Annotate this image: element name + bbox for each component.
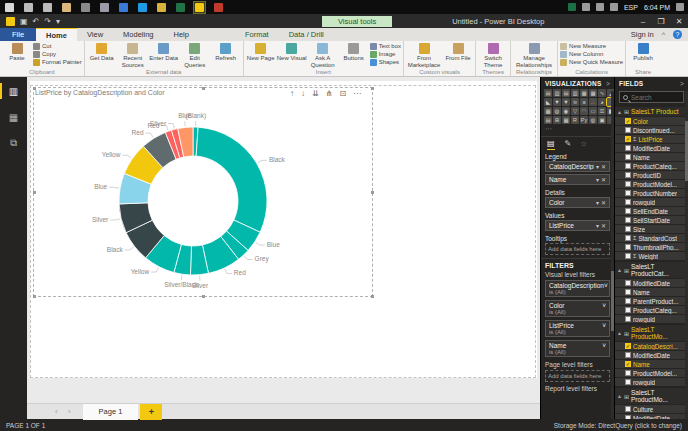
field-row[interactable]: ΣStandardCost [615, 233, 688, 242]
more-visuals-icon[interactable]: ⋯ [541, 124, 614, 134]
well-dropzone-tooltips[interactable]: Add data fields here [545, 243, 610, 255]
field-checkbox[interactable] [625, 316, 631, 322]
undo-icon[interactable]: ↶ [33, 17, 40, 26]
new-quick-measure-button[interactable]: New Quick Measure [560, 59, 623, 66]
field-checkbox[interactable] [625, 406, 631, 412]
tab-view[interactable]: View [77, 28, 113, 41]
storage-mode-status[interactable]: Storage Mode: DirectQuery (click to chan… [554, 422, 682, 429]
field-row[interactable]: ThumbnailPho... [615, 242, 688, 251]
page-tab[interactable]: Page 1 [83, 404, 139, 420]
refresh-button[interactable]: Refresh [211, 42, 241, 62]
field-row[interactable]: ModifiedDate [615, 278, 688, 287]
pie-chart-icon[interactable]: ◕ [598, 98, 606, 106]
recent-sources-button[interactable]: Recent Sources [118, 42, 148, 68]
switch-theme-button[interactable]: Switch Theme [478, 42, 508, 68]
power-bi-desktop-taskbar-icon[interactable] [194, 2, 205, 13]
field-checkbox[interactable] [625, 235, 631, 241]
field-row[interactable]: ProductID [615, 170, 688, 179]
field-checkbox[interactable] [625, 217, 631, 223]
page-filters-dropzone[interactable]: Add data fields here [545, 370, 610, 382]
report-canvas[interactable]: ListPrice by CatalogDescription and Colo… [27, 77, 540, 403]
field-row[interactable]: ProductModel... [615, 179, 688, 188]
data-view-icon[interactable]: ▦ [0, 109, 27, 125]
card-icon[interactable]: ▭ [589, 107, 597, 115]
field-row[interactable]: SellStartDate [615, 215, 688, 224]
field-checkbox[interactable] [625, 307, 631, 313]
tab-modeling[interactable]: Modeling [113, 28, 163, 41]
field-row[interactable]: SellEndDate [615, 206, 688, 215]
save-icon[interactable]: ▣ [20, 17, 28, 26]
field-checkbox[interactable] [625, 181, 631, 187]
field-row[interactable]: ✓Name [615, 359, 688, 368]
field-row[interactable]: ProductModel... [615, 368, 688, 377]
field-checkbox[interactable] [625, 172, 631, 178]
pill-remove-icon[interactable]: ✕ [601, 199, 606, 206]
line-clustered-column-icon[interactable]: ▼ [553, 98, 561, 106]
100-stacked-bar-icon[interactable]: ▦ [580, 89, 588, 97]
field-pill-color[interactable]: Color▾✕ [545, 197, 610, 208]
collapse-visualizations-icon[interactable]: > [606, 80, 610, 87]
search-input[interactable] [631, 94, 681, 101]
task-view-taskbar-icon[interactable] [42, 2, 53, 13]
field-row[interactable]: ModifiedDate [615, 413, 688, 419]
line-chart-icon[interactable]: ∿ [598, 89, 606, 97]
table-header[interactable]: ▲⊞SalesLT Product [615, 107, 688, 116]
maximize-button[interactable]: ❒ [652, 17, 670, 26]
field-row[interactable]: rowguid [615, 197, 688, 206]
close-button[interactable]: ✕ [670, 17, 688, 26]
field-row[interactable]: Culture [615, 404, 688, 413]
redo-icon[interactable]: ↷ [44, 17, 51, 26]
field-row[interactable]: ModifiedDate [615, 350, 688, 359]
filter-card-listprice[interactable]: ListPrice˅is (All) [545, 320, 610, 337]
waterfall-chart-icon[interactable]: ≡ [580, 98, 588, 106]
filter-expand-icon[interactable]: ˅ [604, 282, 608, 289]
collapse-ribbon-icon[interactable]: ^ [662, 31, 665, 38]
treemap-icon[interactable]: ▦ [544, 107, 552, 115]
format-painter-button[interactable]: Format Painter [33, 59, 82, 66]
field-checkbox[interactable] [625, 199, 631, 205]
pill-remove-icon[interactable]: ✕ [601, 176, 606, 183]
clustered-bar-chart-icon[interactable]: ▤ [562, 89, 570, 97]
field-row[interactable]: ParentProduct... [615, 296, 688, 305]
field-checkbox[interactable]: ✓ [625, 343, 631, 349]
model-view-icon[interactable]: ⧉ [0, 135, 27, 151]
table-icon[interactable]: ⊞ [553, 116, 561, 124]
publish-button[interactable]: Publish [628, 42, 658, 62]
tray-volume-icon[interactable] [610, 3, 618, 11]
donut-chart[interactable]: (Blank)BlackBlueGreyRedSilverSilver/Blac… [27, 77, 540, 403]
custom-visual-icon[interactable]: ▣ [598, 116, 606, 124]
analytics-tab[interactable]: ◌ [581, 139, 586, 150]
field-row[interactable]: Discontinued... [615, 125, 688, 134]
field-checkbox[interactable] [625, 190, 631, 196]
field-checkbox[interactable] [625, 154, 631, 160]
file-explorer-taskbar-icon[interactable] [61, 2, 72, 13]
filter-card-name[interactable]: Name˅is (All) [545, 340, 610, 357]
shapes-button[interactable]: Shapes [370, 59, 401, 66]
get-data-button[interactable]: Get Data [87, 42, 117, 62]
gauge-icon[interactable]: ◠ [580, 107, 588, 115]
tray-display-icon[interactable] [582, 3, 590, 11]
format-tab[interactable]: ✎ [565, 139, 572, 150]
field-row[interactable]: ProductCateg... [615, 161, 688, 170]
image-button[interactable]: Image [370, 51, 401, 58]
pill-remove-icon[interactable]: ✕ [601, 222, 606, 229]
slicer-icon[interactable]: ▤ [544, 116, 552, 124]
stacked-bar-chart-icon[interactable]: ▤ [544, 89, 552, 97]
table-header[interactable]: ▲⊞SalesLT ProductMo... [615, 388, 688, 404]
field-checkbox[interactable] [625, 280, 631, 286]
map-icon[interactable]: ◍ [553, 107, 561, 115]
stacked-area-chart-icon[interactable]: ◣ [544, 98, 552, 106]
new-visual-button[interactable]: New Visual [277, 42, 307, 62]
field-row[interactable]: ModifiedDate [615, 143, 688, 152]
excel-taskbar-icon[interactable] [175, 2, 186, 13]
edge-browser-taskbar-icon[interactable] [137, 2, 148, 13]
app-red-taskbar-icon[interactable] [213, 2, 224, 13]
start-taskbar-icon[interactable] [4, 2, 15, 13]
paste-button[interactable]: Paste [2, 42, 32, 62]
line-stacked-column-icon[interactable]: ▼ [562, 98, 570, 106]
table-header[interactable]: ▲⊞SalesLT ProductMo... [615, 325, 688, 341]
field-checkbox[interactable] [625, 163, 631, 169]
page-nav-arrows[interactable]: ‹ › [55, 407, 75, 416]
minimize-button[interactable]: – [634, 17, 652, 26]
tab-file[interactable]: File [0, 28, 36, 41]
